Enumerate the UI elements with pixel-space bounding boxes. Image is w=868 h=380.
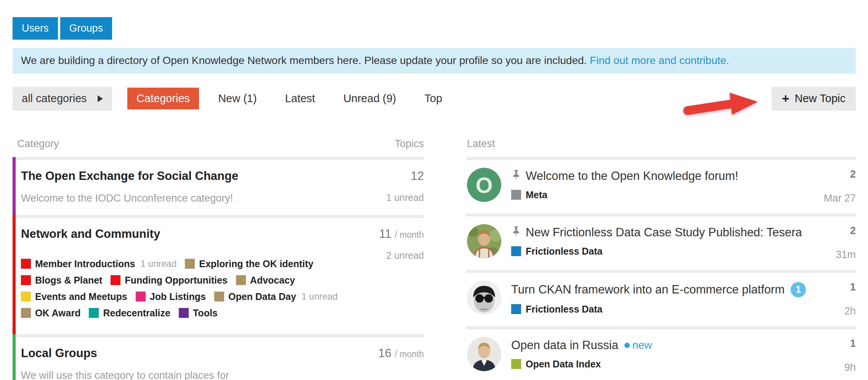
row-divider [16,334,424,337]
category-color-swatch [21,308,31,318]
new-dot-icon [624,343,630,348]
category-color-swatch [136,292,146,301]
category-color-swatch [214,292,224,301]
banner-link[interactable]: Find out more and contribute. [590,55,729,66]
topic-title[interactable]: Turn CKAN framework into an E-commerce p… [511,283,785,297]
category-row: The Open Exchange for Social Change Welc… [13,157,424,215]
unread-count: 1 unread [302,291,338,302]
directory-tabs: Users Groups [13,17,856,40]
unread-count[interactable]: 2 unread [355,250,424,261]
new-topic-label: New Topic [795,92,846,105]
latest-header-label: Latest [467,138,495,150]
svg-text:O: O [475,173,493,197]
category-row: Network and Community Member Introductio… [13,215,424,334]
row-divider [16,157,424,160]
category-header-label: Category [17,138,59,150]
category-description: We will use this category to contain pla… [21,369,269,380]
topic-count: 11 / month [355,227,424,241]
groups-button[interactable]: Groups [60,17,112,40]
pin-icon[interactable] [511,226,521,239]
users-button[interactable]: Users [13,17,58,40]
subcategory-badge[interactable]: Member Introductions 1 unread [21,258,176,269]
topic-title[interactable]: Welcome to the Open Knowledge forum! [526,169,738,183]
category-title[interactable]: Network and Community [21,227,355,241]
avatar[interactable] [467,224,501,258]
tab-top[interactable]: Top [415,88,451,109]
banner-text: We are building a directory of Open Know… [21,55,587,66]
unread-count: 1 unread [141,258,177,269]
tab-categories[interactable]: Categories [127,88,199,109]
annotation-arrow-icon [682,90,761,117]
category-stats: 11 / month 2 unread [355,218,424,324]
new-topic-button[interactable]: + New Topic [772,87,856,111]
category-row: Local Groups We will use this category t… [13,334,424,380]
avatar[interactable] [467,337,501,371]
category-stats: 12 1 unread [355,160,424,205]
announcement-banner: We are building a directory of Open Know… [13,48,856,74]
row-divider [466,213,856,216]
unread-count[interactable]: 1 unread [355,192,424,203]
category-description: Welcome to the IODC Unconference categor… [21,192,269,205]
tab-unread[interactable]: Unread (9) [334,88,406,109]
topic-title[interactable]: New Frictionless Data Case Study Publish… [526,226,802,239]
new-topic-flag[interactable]: new [624,339,652,351]
topic-category-badge[interactable]: Meta [511,189,806,200]
avatar[interactable] [467,281,501,315]
category-color-swatch [511,359,521,369]
category-color-swatch [511,246,521,256]
topic-stats: 2 31m [806,224,856,261]
topic-row: New Frictionless Data Case Study Publish… [466,216,856,270]
topic-stats: 1 9h [806,337,856,374]
latest-column-header: Latest [466,138,856,157]
subcategory-badge[interactable]: Open Data Day 1 unread [214,291,338,302]
per-month-label: / month [395,349,424,359]
category-color-swatch [236,275,246,285]
pin-icon[interactable] [511,170,521,183]
category-color-swatch [21,259,31,269]
category-color-swatch [111,275,120,285]
reply-count: 2 [806,225,856,237]
category-column: Category Topics The Open Exchange for So… [13,138,424,380]
forum-page: Users Groups We are building a directory… [0,17,868,380]
topic-title[interactable]: Open data in Russia [511,338,618,352]
reply-count: 1 [806,281,856,293]
topic-time: 31m [806,249,856,261]
topic-category-badge[interactable]: Frictionless Data [511,246,806,257]
category-color-swatch [511,190,521,200]
category-stats: 16 / month [355,337,424,380]
topic-stats: 1 2h [806,281,856,317]
tab-latest[interactable]: Latest [276,88,324,109]
reply-count: 1 [806,338,856,350]
subcategory-badge[interactable]: Exploring the OK identity [185,258,313,269]
topic-category-badge[interactable]: Frictionless Data [511,304,806,315]
category-color-swatch [185,259,195,269]
category-color-swatch [511,304,521,314]
subcategory-badge[interactable]: Blogs & Planet [21,275,102,286]
per-month-label: / month [395,230,424,240]
topic-time: 2h [806,305,856,317]
tab-new[interactable]: New (1) [209,88,266,109]
category-color-bar [13,334,16,380]
category-title[interactable]: Local Groups [21,346,355,360]
subcategory-badge[interactable]: Redecentralize [89,308,170,319]
subcategory-badge[interactable]: Events and Meetups [21,291,127,302]
subcategory-badge[interactable]: Job Listings [136,291,206,302]
topic-row: Open data in Russia new Open Data Index … [466,329,856,380]
topic-category-badge[interactable]: Open Data Index [511,359,806,370]
subcategory-badge[interactable]: OK Award [21,308,80,319]
category-color-swatch [179,308,189,318]
topics-header-label: Topics [395,138,424,150]
category-filter-dropdown[interactable]: all categories [13,87,112,111]
category-color-swatch [21,292,31,301]
unread-posts-badge[interactable]: 1 [791,282,806,297]
latest-column: Latest O Welcome to the Open Knowledge f… [466,138,856,380]
row-divider [466,270,856,273]
topic-row: O Welcome to the Open Knowledge forum! M… [466,160,856,213]
subcategory-badge[interactable]: Tools [179,308,218,319]
topic-stats: 2 Mar 27 [806,168,856,204]
category-title[interactable]: The Open Exchange for Social Change [21,169,355,183]
subcategory-badge[interactable]: Advocacy [236,275,295,286]
row-divider [466,157,856,160]
avatar[interactable]: O [467,168,501,202]
subcategory-badge[interactable]: Funding Opportunities [111,275,227,286]
